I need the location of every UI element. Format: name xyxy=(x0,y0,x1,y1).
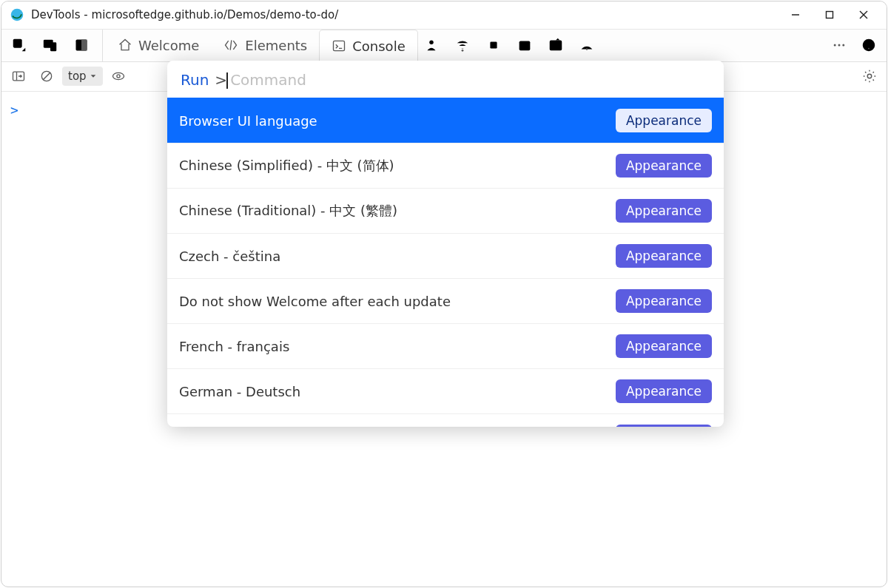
svg-point-27 xyxy=(117,75,120,78)
svg-rect-2 xyxy=(827,12,833,18)
close-button[interactable] xyxy=(847,4,881,26)
context-selector[interactable]: top xyxy=(62,67,103,86)
command-item[interactable]: Chinese (Simplified) - 中文 (简体)Appearance xyxy=(167,143,724,188)
inspect-element-icon[interactable] xyxy=(6,32,33,58)
svg-point-22 xyxy=(868,48,870,50)
svg-point-11 xyxy=(429,41,434,45)
command-item[interactable]: German - DeutschAppearance xyxy=(167,368,724,413)
command-item-category-badge: Appearance xyxy=(616,425,712,427)
tab-console[interactable]: Console xyxy=(319,30,417,62)
svg-rect-10 xyxy=(334,41,345,51)
command-item-category-badge: Appearance xyxy=(616,289,712,313)
command-item-category-badge: Appearance xyxy=(616,109,712,132)
command-item-label: Do not show Welcome after each update xyxy=(179,294,451,309)
svg-point-18 xyxy=(834,44,836,47)
text-cursor xyxy=(226,72,228,89)
devtools-app-icon xyxy=(10,8,24,21)
home-icon xyxy=(118,38,132,53)
svg-rect-7 xyxy=(50,43,56,52)
command-item[interactable]: Chinese (Traditional) - 中文 (繁體)Appearanc… xyxy=(167,188,724,233)
lighthouse-icon[interactable] xyxy=(574,32,600,58)
command-item-label: Chinese (Traditional) - 中文 (繁體) xyxy=(179,202,397,220)
command-item-label: German - Deutsch xyxy=(179,384,300,399)
context-value: top xyxy=(68,70,87,83)
tab-label: Welcome xyxy=(138,38,199,53)
tab-label: Console xyxy=(352,38,405,54)
command-item-category-badge: Appearance xyxy=(616,379,712,403)
clear-console-icon[interactable] xyxy=(34,65,59,87)
chevron-down-icon xyxy=(90,72,97,80)
help-icon[interactable] xyxy=(855,32,882,58)
svg-point-15 xyxy=(586,49,588,50)
svg-rect-13 xyxy=(490,42,497,49)
minimize-button[interactable] xyxy=(778,4,813,26)
command-item-category-badge: Appearance xyxy=(616,334,712,358)
svg-point-26 xyxy=(112,73,124,80)
run-label: Run xyxy=(181,71,209,89)
more-options-icon[interactable] xyxy=(826,32,852,58)
performance-icon[interactable] xyxy=(480,32,507,58)
command-item[interactable]: Italian - italianoAppearance xyxy=(167,413,724,427)
command-input[interactable]: Command xyxy=(230,71,306,89)
titlebar: DevTools - microsoftedge.github.io/Demos… xyxy=(1,1,887,30)
command-item-label: Czech - čeština xyxy=(179,249,280,264)
command-menu: Run > Command Browser UI languageAppeara… xyxy=(167,61,724,427)
toggle-sidebar-icon[interactable] xyxy=(6,65,31,87)
command-item[interactable]: French - françaisAppearance xyxy=(167,323,724,368)
dock-side-icon[interactable] xyxy=(68,32,95,58)
console-settings-icon[interactable] xyxy=(857,65,882,87)
network-icon[interactable] xyxy=(449,32,476,58)
add-tab-button[interactable] xyxy=(605,32,631,58)
svg-point-12 xyxy=(461,50,463,52)
svg-line-25 xyxy=(43,72,50,80)
run-chevron: > xyxy=(215,71,227,89)
command-item-category-badge: Appearance xyxy=(616,154,712,178)
console-icon xyxy=(332,38,346,53)
memory-icon[interactable] xyxy=(511,32,538,58)
console-prompt: > xyxy=(10,102,18,118)
maximize-button[interactable] xyxy=(813,4,847,26)
command-item[interactable]: Browser UI languageAppearance xyxy=(167,98,724,143)
command-item-label: French - français xyxy=(179,339,289,354)
window-title: DevTools - microsoftedge.github.io/Demos… xyxy=(31,8,778,21)
command-item-category-badge: Appearance xyxy=(616,244,712,268)
command-menu-header: Run > Command xyxy=(167,61,724,98)
svg-point-20 xyxy=(842,44,844,47)
svg-point-28 xyxy=(867,75,872,79)
live-expression-icon[interactable] xyxy=(106,65,131,87)
tab-elements[interactable]: Elements xyxy=(211,30,319,61)
application-icon[interactable] xyxy=(542,32,569,58)
command-item[interactable]: Czech - češtinaAppearance xyxy=(167,233,724,278)
svg-rect-14 xyxy=(519,41,530,51)
svg-point-19 xyxy=(838,44,841,47)
command-item-category-badge: Appearance xyxy=(616,199,712,223)
command-placeholder: Command xyxy=(230,71,306,89)
elements-icon xyxy=(223,38,239,53)
sources-icon[interactable] xyxy=(418,32,445,58)
window-controls xyxy=(778,4,881,26)
command-item[interactable]: Do not show Welcome after each updateApp… xyxy=(167,278,724,323)
svg-rect-9 xyxy=(81,40,87,51)
device-emulation-icon[interactable] xyxy=(37,32,64,58)
main-tabstrip: Welcome Elements Console xyxy=(1,30,887,62)
command-item-label: Browser UI language xyxy=(179,113,317,129)
tab-label: Elements xyxy=(245,38,307,53)
command-item-label: Chinese (Simplified) - 中文 (简体) xyxy=(179,157,394,175)
tab-welcome[interactable]: Welcome xyxy=(106,30,211,61)
svg-rect-5 xyxy=(13,39,22,48)
command-list[interactable]: Browser UI languageAppearanceChinese (Si… xyxy=(167,98,724,427)
